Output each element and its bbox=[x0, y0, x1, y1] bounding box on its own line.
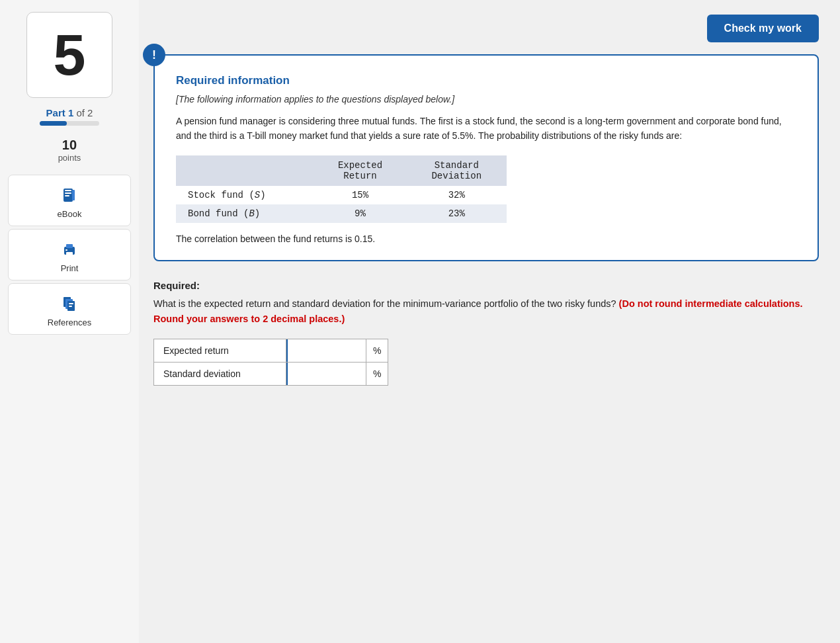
bond-std-dev: 23% bbox=[407, 204, 507, 223]
table-row: Stock fund (S) 15% 32% bbox=[176, 186, 507, 204]
question-number: 5 bbox=[54, 26, 86, 84]
table-col-stddev: StandardDeviation bbox=[407, 155, 507, 186]
fund-table: ExpectedReturn StandardDeviation Stock f… bbox=[176, 155, 507, 223]
points-label: points bbox=[58, 153, 81, 163]
required-text: What is the expected return and standard… bbox=[153, 296, 819, 327]
table-col-return: ExpectedReturn bbox=[314, 155, 406, 186]
svg-rect-4 bbox=[72, 190, 75, 200]
required-section: Required: What is the expected return an… bbox=[153, 280, 819, 386]
points-number: 10 bbox=[58, 138, 81, 153]
points-section: 10 points bbox=[58, 138, 81, 163]
expected-return-unit: % bbox=[373, 345, 381, 356]
main-content: Check my work ! Required information [Th… bbox=[139, 0, 840, 643]
check-my-work-button[interactable]: Check my work bbox=[707, 15, 819, 42]
required-label: Required: bbox=[153, 280, 819, 291]
references-icon bbox=[59, 293, 80, 314]
ebook-icon bbox=[59, 185, 80, 206]
info-box-title: Required information bbox=[176, 74, 796, 87]
expected-return-label: Expected return bbox=[163, 345, 229, 356]
std-dev-input[interactable] bbox=[286, 363, 366, 385]
answer-row-expected-return: Expected return % bbox=[154, 339, 388, 363]
stock-expected-return: 15% bbox=[314, 186, 406, 204]
std-dev-label: Standard deviation bbox=[163, 368, 241, 379]
table-col-fund bbox=[176, 155, 314, 186]
svg-rect-12 bbox=[69, 303, 73, 304]
fund-name-stock: Stock fund (S) bbox=[176, 186, 314, 204]
info-icon: ! bbox=[143, 44, 165, 66]
info-box-subtitle: [The following information applies to th… bbox=[176, 94, 796, 105]
expected-return-input[interactable] bbox=[286, 339, 366, 362]
std-dev-unit: % bbox=[373, 368, 381, 379]
svg-rect-1 bbox=[65, 190, 71, 191]
progress-bar bbox=[40, 121, 99, 126]
print-label: Print bbox=[61, 263, 79, 273]
svg-rect-7 bbox=[66, 252, 73, 255]
sidebar: 5 Part 1 of 2 10 points bbox=[0, 0, 139, 643]
sidebar-tools: eBook Print bbox=[8, 175, 131, 337]
svg-rect-2 bbox=[65, 193, 71, 194]
answer-table: Expected return % Standard deviation bbox=[153, 339, 388, 386]
sidebar-item-references[interactable]: References bbox=[8, 283, 131, 335]
sidebar-item-print[interactable]: Print bbox=[8, 229, 131, 280]
top-bar: Check my work bbox=[153, 15, 819, 42]
fund-name-bond: Bond fund (B) bbox=[176, 204, 314, 223]
print-icon bbox=[59, 239, 80, 260]
question-number-box: 5 bbox=[26, 12, 112, 98]
ebook-label: eBook bbox=[58, 209, 82, 219]
answer-row-std-dev: Standard deviation % bbox=[154, 363, 388, 386]
info-box: ! Required information [The following in… bbox=[153, 54, 819, 261]
svg-rect-8 bbox=[65, 249, 67, 251]
table-row: Bond fund (B) 9% 23% bbox=[176, 204, 507, 223]
part-label: Part 1 of 2 bbox=[46, 107, 93, 118]
progress-bar-fill bbox=[40, 121, 67, 126]
stock-std-dev: 32% bbox=[407, 186, 507, 204]
references-label: References bbox=[48, 318, 91, 327]
info-box-body: A pension fund manager is considering th… bbox=[176, 114, 796, 144]
svg-rect-3 bbox=[65, 195, 69, 196]
bond-expected-return: 9% bbox=[314, 204, 406, 223]
svg-rect-13 bbox=[69, 306, 72, 307]
correlation-text: The correlation between the fund returns… bbox=[176, 234, 796, 244]
sidebar-item-ebook[interactable]: eBook bbox=[8, 175, 131, 226]
svg-rect-6 bbox=[66, 244, 73, 248]
